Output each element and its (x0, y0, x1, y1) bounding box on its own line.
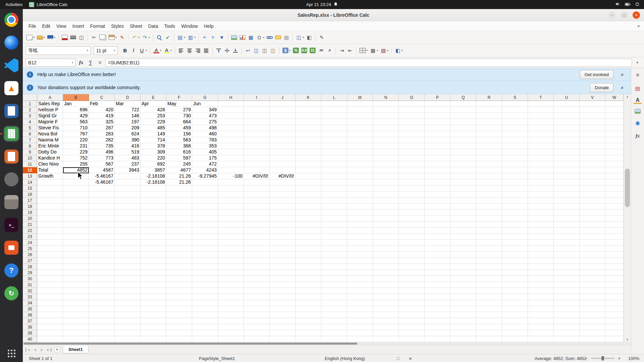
cell-O7[interactable] (399, 137, 425, 143)
cell-M19[interactable] (347, 209, 373, 216)
cell-O1[interactable] (399, 101, 425, 107)
cell-C39[interactable] (89, 330, 115, 336)
cell-W3[interactable] (605, 113, 624, 119)
col-header-D[interactable]: D (115, 94, 141, 101)
cell-P1[interactable] (425, 101, 450, 107)
select-all-corner[interactable] (23, 94, 37, 101)
cell-W15[interactable] (605, 185, 624, 191)
cell-G24[interactable] (192, 240, 218, 246)
cell-Q10[interactable] (450, 155, 476, 161)
cell-M13[interactable] (347, 173, 373, 179)
libreoffice-calc-dock-icon[interactable] (3, 126, 19, 142)
cell-N6[interactable] (373, 131, 399, 137)
border-style-icon[interactable]: ▦▾ (369, 46, 379, 55)
cell-H17[interactable] (218, 197, 244, 203)
cell-T11[interactable] (528, 161, 554, 167)
cell-R38[interactable] (476, 324, 502, 330)
cell-A29[interactable] (37, 270, 63, 276)
system-tray[interactable] (615, 2, 644, 7)
cell-H9[interactable] (218, 149, 244, 155)
cell-A40[interactable] (37, 336, 63, 342)
cell-A4[interactable]: Majorie F (37, 119, 63, 125)
cell-P19[interactable] (425, 209, 450, 216)
cell-W33[interactable] (605, 294, 624, 300)
cell-O15[interactable] (399, 185, 425, 191)
cell-S19[interactable] (502, 209, 528, 216)
cell-D39[interactable] (115, 330, 141, 336)
cell-K20[interactable] (296, 216, 321, 222)
cell-D7[interactable]: 390 (115, 137, 141, 143)
cell-J4[interactable] (270, 119, 296, 125)
cell-R6[interactable] (476, 131, 502, 137)
cell-C4[interactable]: 325 (89, 119, 115, 125)
border-color-icon[interactable]: ▨▾ (379, 46, 389, 55)
cell-K12[interactable] (296, 167, 321, 173)
cell-T27[interactable] (528, 258, 554, 264)
cell-O13[interactable] (399, 173, 425, 179)
insert-hyperlink-icon[interactable] (266, 33, 274, 42)
cell-J17[interactable] (270, 197, 296, 203)
cell-A36[interactable] (37, 312, 63, 318)
find-replace-icon[interactable] (155, 33, 163, 42)
print-icon[interactable] (69, 33, 77, 42)
col-header-G[interactable]: G (192, 94, 218, 101)
cell-T15[interactable] (528, 185, 554, 191)
cell-D28[interactable] (115, 264, 141, 270)
cell-Q5[interactable] (450, 125, 476, 131)
col-header-U[interactable]: U (554, 94, 580, 101)
cell-G18[interactable] (192, 203, 218, 209)
cell-F4[interactable]: 664 (166, 119, 192, 125)
cell-G39[interactable] (192, 330, 218, 336)
cell-L38[interactable] (321, 324, 347, 330)
cell-O3[interactable] (399, 113, 425, 119)
cell-F27[interactable] (166, 258, 192, 264)
cell-G21[interactable] (192, 222, 218, 228)
cell-W37[interactable] (605, 318, 624, 324)
vscode-dock-icon[interactable] (3, 57, 19, 73)
cell-S18[interactable] (502, 203, 528, 209)
cell-D33[interactable] (115, 294, 141, 300)
cell-S3[interactable] (502, 113, 528, 119)
cell-A38[interactable] (37, 324, 63, 330)
row-header-25[interactable]: 25 (23, 246, 37, 252)
cell-P32[interactable] (425, 288, 450, 294)
col-header-I[interactable]: I (244, 94, 270, 101)
cell-A30[interactable] (37, 276, 63, 282)
get-involved-button[interactable]: Get involved (580, 70, 613, 79)
cell-Q12[interactable] (450, 167, 476, 173)
cell-D11[interactable]: 237 (115, 161, 141, 167)
cell-J36[interactable] (270, 312, 296, 318)
cell-R15[interactable] (476, 185, 502, 191)
cell-J5[interactable] (270, 125, 296, 131)
cell-F33[interactable] (166, 294, 192, 300)
cell-T30[interactable] (528, 276, 554, 282)
row-header-27[interactable]: 27 (23, 258, 37, 264)
cell-E16[interactable] (141, 191, 166, 197)
cell-O20[interactable] (399, 216, 425, 222)
col-header-L[interactable]: L (321, 94, 347, 101)
row-header-16[interactable]: 16 (23, 191, 37, 197)
cell-V37[interactable] (580, 318, 605, 324)
row-header-14[interactable]: 14 (23, 179, 37, 185)
cell-S33[interactable] (502, 294, 528, 300)
cell-U35[interactable] (554, 306, 580, 312)
cell-F34[interactable] (166, 300, 192, 306)
cell-Q13[interactable] (450, 173, 476, 179)
cell-H34[interactable] (218, 300, 244, 306)
maximize-button[interactable]: □ (621, 11, 628, 19)
cell-B22[interactable] (63, 228, 89, 234)
cell-T8[interactable] (528, 143, 554, 149)
cell-D21[interactable] (115, 222, 141, 228)
cell-T23[interactable] (528, 234, 554, 240)
cell-S8[interactable] (502, 143, 528, 149)
cell-P20[interactable] (425, 216, 450, 222)
cell-B19[interactable] (63, 209, 89, 216)
cell-I37[interactable] (244, 318, 270, 324)
cell-L36[interactable] (321, 312, 347, 318)
cell-E33[interactable] (141, 294, 166, 300)
cell-N35[interactable] (373, 306, 399, 312)
cell-J34[interactable] (270, 300, 296, 306)
cell-N23[interactable] (373, 234, 399, 240)
vertical-scrollbar[interactable]: ▲ ▼ (624, 94, 631, 342)
cell-S29[interactable] (502, 270, 528, 276)
